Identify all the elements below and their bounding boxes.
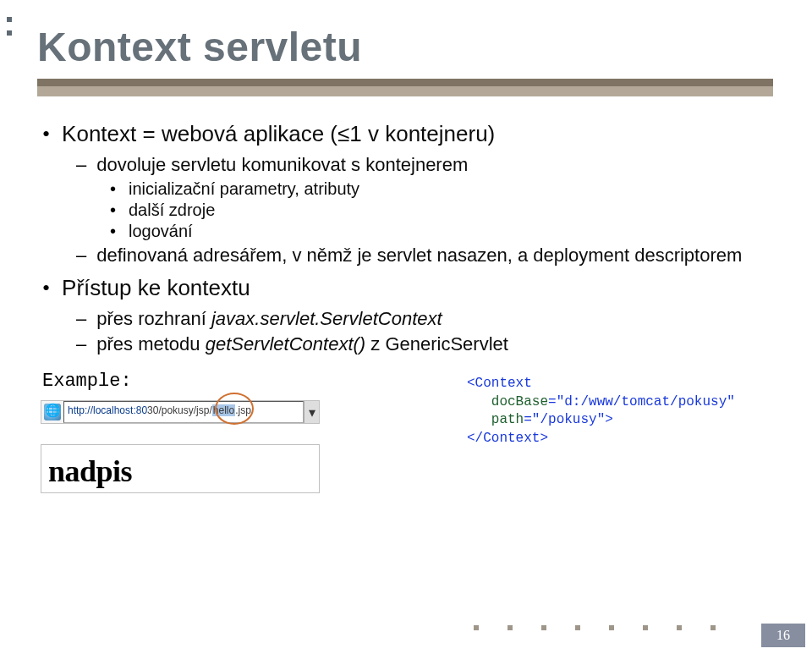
rendered-output-box: nadpis (41, 444, 320, 493)
globe-icon (44, 404, 61, 420)
bullet-lvl1: •Kontext = webová aplikace (≤1 v kontejn… (42, 121, 778, 267)
bullet-lvl2: –přes metodu getServletContext() z Gener… (76, 333, 778, 355)
bullet-text: inicializační parametry, atributy (129, 179, 359, 198)
bullet-lvl1: •Přístup ke kontextu –přes rozhraní java… (42, 275, 778, 355)
bullet-text: logování (129, 222, 193, 240)
bullet-lvl3: •inicializační parametry, atributy (110, 179, 778, 199)
title-underline (37, 79, 773, 99)
code-ref: javax.servlet.ServletContext (211, 308, 442, 329)
bullet-lvl2: –přes rozhraní javax.servlet.ServletCont… (76, 308, 778, 330)
content-area: •Kontext = webová aplikace (≤1 v kontejn… (37, 121, 778, 532)
bullet-lvl3: •logování (110, 222, 778, 241)
bullet-text: z GenericServlet (365, 333, 508, 354)
example-row: http://localhost:8030/pokusy/jsp/hello.j… (42, 397, 778, 532)
bullet-text: přes metodu (96, 333, 205, 354)
bullet-text: další zdroje (129, 201, 215, 219)
bullet-lvl2: –definovaná adresářem, v němž je servlet… (76, 245, 778, 267)
bullet-lvl2: –dovoluje servletu komunikovat s kontejn… (76, 154, 778, 241)
bullet-text: dovoluje servletu komunikovat s kontejne… (96, 154, 468, 175)
slide: Kontext servletu •Kontext = webová aplik… (0, 0, 812, 654)
url-text: http://localhost:8030/pokusy/jsp/hello.j… (63, 401, 304, 423)
bullet-text: Kontext = webová aplikace (≤1 v kontejne… (62, 121, 495, 146)
page-number: 16 (761, 624, 805, 647)
bullet-text: Přístup ke kontextu (62, 275, 250, 300)
annotation-circle (215, 393, 254, 425)
slide-title: Kontext servletu (37, 24, 778, 70)
code-ref: getServletContext() (206, 333, 366, 354)
browser-address-bar: http://localhost:8030/pokusy/jsp/hello.j… (41, 400, 320, 424)
decorative-dots-bottom (0, 617, 812, 642)
bullet-text: definovaná adresářem, v němž je servlet … (96, 245, 742, 266)
rendered-heading: nadpis (48, 453, 312, 489)
xml-code-block: <Context docBase="d:/www/tomcat/pokusy" … (467, 375, 735, 448)
bullet-text: přes rozhraní (96, 308, 211, 329)
dropdown-icon: ▾ (304, 401, 319, 423)
bullet-lvl3: •další zdroje (110, 201, 778, 220)
